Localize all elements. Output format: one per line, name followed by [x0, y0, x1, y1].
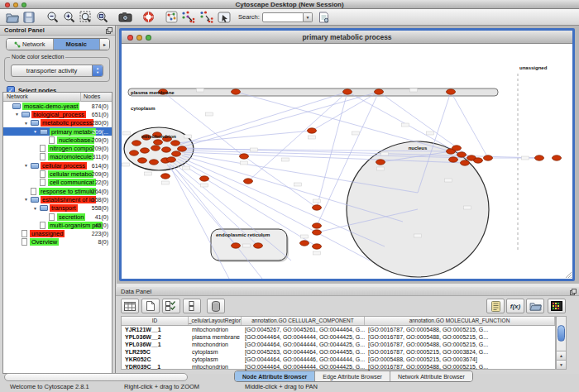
delete-attribute-icon[interactable] — [207, 299, 225, 313]
tree-row-establishment-of-lo[interactable]: ▼establishment of lo558(0) — [3, 195, 112, 203]
zoom-out-icon[interactable] — [45, 11, 60, 24]
network-node[interactable] — [167, 157, 176, 162]
network-node[interactable] — [484, 155, 493, 160]
search-dropdown-arrow-icon[interactable]: ▼ — [304, 12, 313, 22]
tree-row-nucleobase-[interactable]: nucleobase-209(0) — [3, 136, 112, 144]
network-node[interactable] — [449, 157, 458, 162]
tab-network-attribute-browser[interactable]: Network Attribute Browser — [390, 371, 472, 381]
unselect-attributes-icon[interactable] — [183, 299, 201, 313]
formula-builder-icon[interactable]: f(x) — [506, 299, 524, 313]
tree-row-cellular-metabo[interactable]: cellular metabo209(0) — [3, 170, 112, 178]
network-edge[interactable] — [248, 92, 347, 181]
tree-col-network[interactable]: Network — [7, 93, 28, 99]
network-node[interactable] — [447, 89, 456, 94]
network-node[interactable] — [308, 128, 317, 133]
table-row[interactable]: YJR121W__1mitochondrion[GO:0045267, GO:0… — [122, 326, 555, 333]
network-node[interactable] — [154, 140, 163, 145]
network-node[interactable] — [232, 243, 241, 248]
tree-row-response-to-stimulu[interactable]: response to stimulu264(0) — [3, 187, 112, 195]
network-node[interactable] — [171, 141, 180, 146]
table-column-header[interactable]: _cellularLayoutRegion — [189, 317, 242, 325]
tree-expand-icon[interactable]: ▼ — [33, 129, 40, 134]
tree-row-secretion[interactable]: secretion41(0) — [3, 213, 112, 221]
network-canvas[interactable]: plasma membrane cytoplasm mitochondrion … — [122, 44, 572, 279]
network-node[interactable] — [162, 147, 171, 152]
tree-row-overview[interactable]: Overview8(0) — [3, 238, 112, 246]
select-attributes-icon[interactable] — [162, 299, 180, 313]
network-node[interactable] — [313, 230, 322, 235]
resize-grip-icon[interactable] — [566, 272, 572, 278]
tree-expand-icon[interactable]: ▼ — [24, 163, 31, 168]
network-edge[interactable] — [236, 92, 451, 151]
attribute-table-icon[interactable] — [121, 299, 139, 313]
tab-mosaic[interactable]: Mosaic — [54, 39, 101, 50]
network-node[interactable] — [151, 146, 160, 151]
network-view-window[interactable]: primary metabolic process — [119, 28, 575, 281]
table-column-header[interactable]: annotation.GO CELLULAR_COMPONENT — [242, 317, 365, 325]
table-column-header[interactable]: annotation.GO MOLECULAR_FUNCTION — [365, 317, 555, 325]
network-overview-icon[interactable] — [164, 11, 179, 24]
network-node[interactable] — [474, 158, 483, 163]
zoom-selected-icon[interactable] — [94, 11, 109, 24]
network-node[interactable] — [300, 241, 309, 246]
tree-row-metabolic-process[interactable]: ▼metabolic process280(0) — [3, 119, 112, 127]
network-node[interactable] — [313, 223, 322, 228]
tab-node-attribute-browser[interactable]: Node Attribute Browser — [235, 371, 315, 381]
network-node[interactable] — [535, 155, 544, 160]
network-node[interactable] — [150, 160, 159, 165]
scrollbar-thumb[interactable] — [557, 325, 565, 342]
tree-row-multi-organism-pro[interactable]: multi-organism pro42(0) — [3, 221, 112, 229]
search-config-icon[interactable] — [317, 11, 332, 24]
network-node[interactable] — [141, 148, 150, 153]
tree-row-biological-process[interactable]: ▼biological_process651(0) — [3, 110, 112, 118]
table-column-header[interactable]: ID — [122, 317, 189, 325]
network-node[interactable] — [461, 160, 470, 165]
table-row[interactable]: YLR295Ccytoplasm[GO:0045263, GO:0044464,… — [122, 348, 555, 356]
network-node[interactable] — [178, 146, 187, 151]
tab-edge-attribute-browser[interactable]: Edge Attribute Browser — [315, 371, 390, 381]
layout-destroy-icon[interactable] — [199, 11, 213, 24]
network-node[interactable] — [452, 146, 462, 151]
network-node[interactable] — [553, 155, 562, 160]
table-row[interactable]: YPL036W__2plasma membrane[GO:0044464, GO… — [122, 333, 555, 341]
network-node[interactable] — [254, 243, 263, 248]
tree-row-primary-metabo[interactable]: ▼primary metabo209(... — [3, 127, 112, 136]
tree-expand-icon[interactable]: ▼ — [33, 206, 40, 211]
zoom-in-icon[interactable] — [61, 11, 76, 24]
matrix-heatmap-icon[interactable] — [548, 299, 566, 313]
network-node[interactable] — [376, 160, 385, 165]
layout-network-icon[interactable] — [180, 11, 195, 24]
annotation-select-icon[interactable] — [217, 11, 232, 24]
network-window-titlebar[interactable]: primary metabolic process — [122, 31, 572, 44]
network-edge[interactable] — [181, 92, 379, 147]
network-node[interactable] — [375, 89, 384, 94]
table-row[interactable]: YKR052Ccytoplasm[GO:0044464, GO:0044446,… — [122, 356, 555, 363]
network-node[interactable] — [313, 244, 322, 249]
scroll-up-icon[interactable]: ▲ — [557, 351, 566, 360]
search-input[interactable] — [262, 12, 304, 22]
tree-row-unassigned[interactable]: unassigned223(0) — [3, 229, 112, 237]
import-attributes-icon[interactable] — [486, 299, 505, 313]
tabs-overflow-arrow-icon[interactable]: ► — [100, 39, 109, 50]
help-lifesaver-icon[interactable] — [141, 11, 156, 24]
float-data-panel-icon[interactable] — [570, 289, 577, 295]
node-color-dropdown[interactable]: transporter activity ▲▼ — [11, 65, 103, 77]
network-edge[interactable] — [317, 92, 347, 208]
network-node[interactable] — [343, 89, 352, 94]
tree-row-transport[interactable]: ▼transport558(0) — [3, 204, 112, 213]
network-node[interactable] — [232, 89, 241, 94]
network-node[interactable] — [313, 205, 322, 210]
network-node[interactable] — [130, 151, 139, 155]
zoom-fit-icon[interactable] — [78, 11, 93, 24]
tree-col-nodes[interactable]: Nodes — [84, 93, 100, 99]
network-node[interactable] — [138, 158, 147, 163]
float-panel-icon[interactable] — [106, 27, 112, 34]
scroll-down-icon[interactable]: ▼ — [557, 360, 566, 369]
network-edge[interactable] — [176, 131, 312, 143]
network-node[interactable] — [240, 154, 249, 159]
network-node[interactable] — [132, 141, 141, 146]
new-attribute-icon[interactable] — [141, 299, 160, 313]
tab-network[interactable]: Network — [7, 39, 54, 50]
open-attribute-file-icon[interactable] — [526, 299, 544, 313]
table-row[interactable]: YPL036W__1mitochondrion[GO:0044464, GO:0… — [122, 341, 555, 348]
